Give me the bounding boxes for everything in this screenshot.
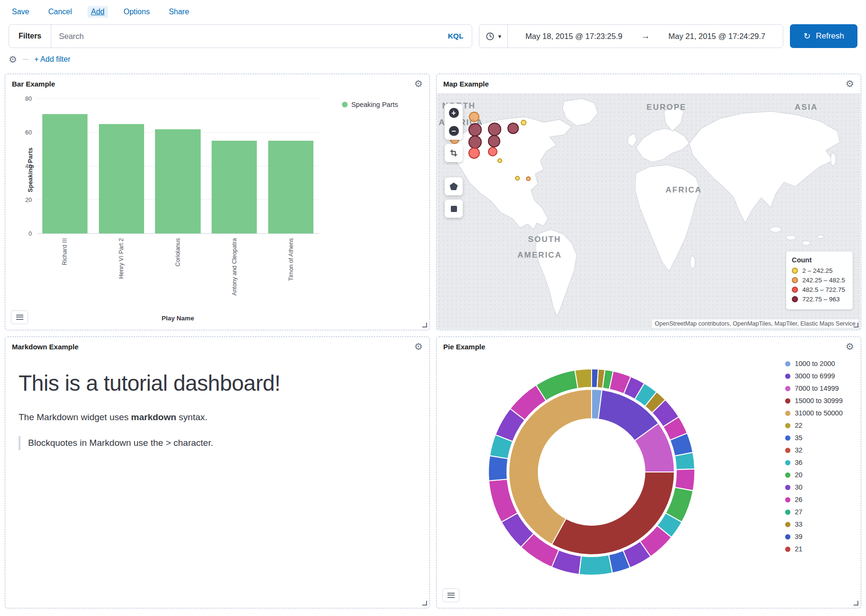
filters-button[interactable]: Filters xyxy=(9,25,51,48)
dashboard-top-menu: SaveCancelAddOptionsShare xyxy=(0,0,866,21)
panel-gear-icon[interactable]: ⚙ xyxy=(846,79,854,88)
map-marker-10[interactable] xyxy=(497,158,502,163)
map-marker-9[interactable] xyxy=(488,147,497,156)
zoom-out-button[interactable]: − xyxy=(445,122,463,140)
legend-label: 35 xyxy=(795,434,802,442)
bar-0[interactable] xyxy=(42,114,88,233)
search-input[interactable] xyxy=(51,32,439,41)
y-tick-label: 80 xyxy=(25,96,32,102)
pie-outer-slice-17[interactable]: 36 xyxy=(579,555,613,575)
legend-toggle-button[interactable] xyxy=(442,588,459,602)
bar-1[interactable] xyxy=(99,124,144,233)
legend-dot xyxy=(792,268,798,274)
draw-polygon-button[interactable] xyxy=(445,177,463,195)
pie-chart[interactable]: 1000 to 20003000 to 69997000 to 14999150… xyxy=(484,365,699,579)
kql-button[interactable]: KQL xyxy=(439,32,472,40)
refresh-icon: ↻ xyxy=(803,31,810,41)
pie-legend-item[interactable]: 15000 to 30999 xyxy=(785,397,843,404)
legend-dot xyxy=(785,374,790,379)
legend-dot xyxy=(785,547,790,552)
pie-legend-item[interactable]: 30 xyxy=(785,483,843,491)
bar-chart-legend-item[interactable]: Speaking Parts xyxy=(342,101,398,108)
pie-legend-item[interactable]: 32 xyxy=(785,446,843,454)
map-marker-2[interactable] xyxy=(468,123,482,136)
legend-label: 242.25 – 482.5 xyxy=(802,277,845,284)
add-filter-link[interactable]: + Add filter xyxy=(34,55,70,64)
bar-3[interactable] xyxy=(212,141,257,233)
date-from-button[interactable]: May 18, 2015 @ 17:23:25.9 xyxy=(508,31,640,41)
pie-legend-item[interactable]: 31000 to 50000 xyxy=(785,409,843,417)
pie-legend-item[interactable]: 3000 to 6999 xyxy=(785,372,843,380)
pie-legend-item[interactable]: 27 xyxy=(785,508,843,516)
legend-label: 31000 to 50000 xyxy=(795,409,843,417)
filter-settings-gear-icon[interactable]: ⚙ xyxy=(9,55,17,64)
x-tick-label: Henry VI Part 2 xyxy=(118,238,125,279)
world-map[interactable]: NORTHAMERICAEUROPEASIAAFRICASOUTHAMERICA… xyxy=(437,93,860,329)
pie-outer-slice-22[interactable]: 35 xyxy=(488,456,508,481)
markdown-text: syntax. xyxy=(176,412,207,422)
legend-dot xyxy=(785,460,790,465)
legend-label: 26 xyxy=(795,496,802,503)
pie-legend-item[interactable]: 22 xyxy=(785,422,843,429)
map-marker-11[interactable] xyxy=(515,176,520,181)
legend-toggle-button[interactable] xyxy=(11,310,28,324)
pie-legend-item[interactable]: 7000 to 14999 xyxy=(785,385,843,392)
top-menu-add[interactable]: Add xyxy=(88,6,107,18)
top-menu-cancel[interactable]: Cancel xyxy=(45,6,75,18)
map-legend-item: 722.75 – 963 xyxy=(792,296,845,303)
panel-resize-handle[interactable] xyxy=(854,323,858,327)
map-marker-8[interactable] xyxy=(468,147,480,159)
panel-resize-handle[interactable] xyxy=(422,601,427,606)
panel-gear-icon[interactable]: ⚙ xyxy=(846,342,854,351)
clock-icon xyxy=(486,32,495,41)
plus-icon: + xyxy=(449,108,459,118)
pie-legend-item[interactable]: 1000 to 2000 xyxy=(785,360,843,367)
legend-dot xyxy=(785,510,790,515)
y-tick-label: 60 xyxy=(25,129,32,136)
date-quick-select-button[interactable]: ▾ xyxy=(479,25,508,48)
map-marker-1[interactable] xyxy=(521,120,526,125)
box-zoom-button[interactable] xyxy=(445,144,463,162)
query-bar: Filters KQL ▾ May 18, 2015 @ 17:23:25.9 … xyxy=(0,21,866,49)
date-to-button[interactable]: May 21, 2015 @ 17:24:29.7 xyxy=(651,31,783,41)
pie-outer-slice-10[interactable]: 36 xyxy=(675,452,695,470)
top-menu-save[interactable]: Save xyxy=(9,6,32,18)
pie-legend-item[interactable]: 21 xyxy=(785,545,843,553)
legend-dot xyxy=(785,398,790,404)
draw-rectangle-button[interactable] xyxy=(445,200,463,218)
pie-legend-item[interactable]: 39 xyxy=(785,533,843,540)
panel-gear-icon[interactable]: ⚙ xyxy=(414,79,423,88)
bar-2[interactable] xyxy=(155,129,200,233)
map-marker-0[interactable] xyxy=(469,112,479,122)
pie-legend-item[interactable]: 35 xyxy=(785,434,843,442)
panel-resize-handle[interactable] xyxy=(854,601,858,606)
bar-x-axis-title: Play Name xyxy=(37,314,319,322)
map-label: EUROPE xyxy=(647,103,687,112)
list-icon xyxy=(16,315,23,320)
legend-dot xyxy=(785,361,790,366)
panel-gear-icon[interactable]: ⚙ xyxy=(414,342,423,351)
top-menu-options[interactable]: Options xyxy=(120,6,153,18)
pie-outer-slice-27[interactable]: 22 xyxy=(575,369,592,388)
map-controls: + − xyxy=(445,104,463,218)
map-marker-7[interactable] xyxy=(488,135,500,147)
refresh-button[interactable]: ↻ Refresh xyxy=(790,24,857,48)
top-menu-share[interactable]: Share xyxy=(165,6,193,18)
pie-legend-item[interactable]: 20 xyxy=(785,471,843,479)
zoom-in-button[interactable]: + xyxy=(445,104,463,122)
bar-4[interactable] xyxy=(268,141,313,233)
map-marker-4[interactable] xyxy=(507,123,519,134)
panel-bar-example: Bar Example ⚙ Speaking Parts 020406080 R… xyxy=(5,74,430,330)
legend-label: 21 xyxy=(795,545,802,553)
map-marker-12[interactable] xyxy=(526,176,531,181)
pie-legend-item[interactable]: 26 xyxy=(785,496,843,503)
pie-legend-item[interactable]: 33 xyxy=(785,520,843,528)
bar-x-axis-labels: Richard IIIHenry VI Part 2CoriolanusAnto… xyxy=(37,234,319,314)
y-tick-label: 20 xyxy=(25,197,32,203)
pie-legend-item[interactable]: 36 xyxy=(785,459,843,466)
panel-title: Map Example xyxy=(443,80,489,88)
panel-resize-handle[interactable] xyxy=(422,323,427,327)
map-marker-3[interactable] xyxy=(488,123,501,136)
map-legend-item: 482.5 – 722.75 xyxy=(792,286,845,293)
kibana-dashboard-app: SaveCancelAddOptionsShare Filters KQL ▾ … xyxy=(0,0,866,608)
